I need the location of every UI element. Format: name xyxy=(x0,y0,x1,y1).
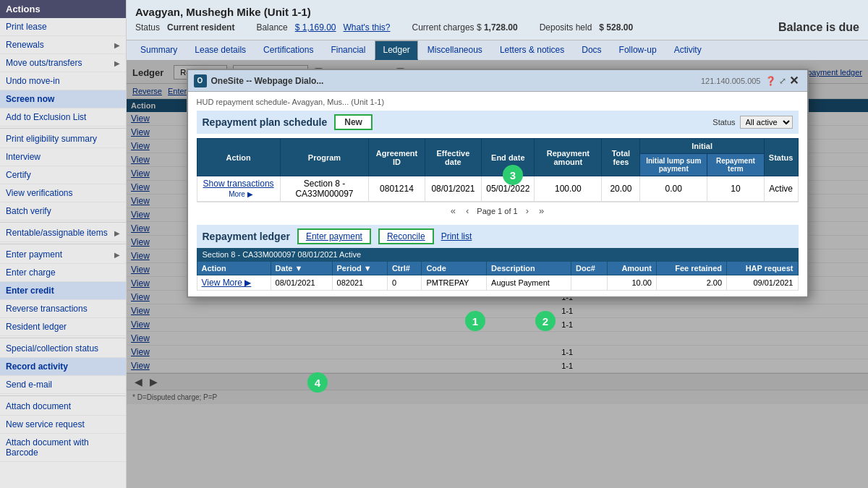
sidebar-item-enter-payment[interactable]: Enter payment ▶ xyxy=(0,246,126,264)
ld-hap-cell: 09/01/2021 xyxy=(727,275,798,291)
tab-miscellaneous[interactable]: Miscellaneous xyxy=(420,40,490,60)
plan-status-row: Status All active xyxy=(712,116,792,129)
col-plan-program: Program xyxy=(280,139,369,176)
plan-status-label: Status xyxy=(712,118,735,127)
status-value: Current resident xyxy=(167,22,234,33)
ledger-area: Ledger Resident All Subjournals Accounti… xyxy=(127,61,868,488)
divider xyxy=(0,244,126,244)
plan-effective-cell: 08/01/2021 xyxy=(425,176,482,202)
repayment-plan-title: Repayment plan schedule xyxy=(203,116,328,128)
whats-this-link[interactable]: What's this? xyxy=(344,22,391,33)
arrow-icon: ▶ xyxy=(114,41,120,49)
new-button[interactable]: New xyxy=(334,114,373,130)
tab-ledger[interactable]: Ledger xyxy=(375,40,417,60)
col-ld-ctrl: Ctrl# xyxy=(387,262,422,275)
balance-value[interactable]: $ 1,169.00 xyxy=(295,22,336,33)
badge-1: 1 xyxy=(465,311,485,331)
sidebar-item-send-email[interactable]: Send e-mail xyxy=(0,376,126,394)
tab-lease-details[interactable]: Lease details xyxy=(187,40,254,60)
print-list-button[interactable]: Print list xyxy=(441,231,472,241)
plan-term-cell: 10 xyxy=(707,176,765,202)
next-page-btn[interactable]: › xyxy=(524,205,531,216)
main-content: Avagyan, Mushegh Mike (Unit 1-1) Status … xyxy=(127,0,868,488)
sidebar: Actions Print lease Renewals ▶ Move outs… xyxy=(0,0,127,488)
tab-activity[interactable]: Activity xyxy=(666,40,710,60)
prev-page-btn[interactable]: ‹ xyxy=(464,205,471,216)
col-plan-agreement: Agreement ID xyxy=(369,139,425,176)
dialog-id-badge: 121.140.005.005 xyxy=(701,77,761,85)
sidebar-item-special-collection[interactable]: Special/collection status xyxy=(0,340,126,358)
col-plan-term: Repayment term xyxy=(707,154,765,176)
sidebar-item-certify[interactable]: Certify xyxy=(0,166,126,184)
tab-follow-up[interactable]: Follow-up xyxy=(611,40,665,60)
status-label: Status xyxy=(135,22,160,33)
ld-doc-cell xyxy=(571,275,608,291)
tab-docs[interactable]: Docs xyxy=(574,40,609,60)
tab-summary[interactable]: Summary xyxy=(132,40,185,60)
sidebar-item-undo-move-in[interactable]: Undo move-in xyxy=(0,72,126,90)
status-block: Status Current resident xyxy=(135,22,234,33)
col-plan-lump: Initial lump sum payment xyxy=(640,154,707,176)
plan-status-select[interactable]: All active xyxy=(740,116,793,129)
dialog-close-button[interactable]: ✕ xyxy=(786,74,801,87)
sidebar-item-new-service-request[interactable]: New service request xyxy=(0,416,126,434)
dialog-overlay: O OneSite -- Webpage Dialo... 121.140.00… xyxy=(127,61,868,488)
plan-repayment-cell: 100.00 xyxy=(535,176,602,202)
arrow-icon: ▶ xyxy=(114,59,120,67)
view-more-link[interactable]: View More ▶ xyxy=(202,278,252,288)
current-charges-value: 1,728.00 xyxy=(484,22,518,33)
sidebar-item-attach-barcode[interactable]: Attach document with Barcode xyxy=(0,434,126,462)
sidebar-item-interview[interactable]: Interview xyxy=(0,148,126,166)
tab-letters-notices[interactable]: Letters & notices xyxy=(492,40,572,60)
sidebar-item-enter-charge[interactable]: Enter charge xyxy=(0,264,126,282)
enter-payment-button[interactable]: Enter payment xyxy=(297,228,371,244)
plan-status-cell: Active xyxy=(764,176,798,202)
sidebar-item-move-outs[interactable]: Move outs/transfers ▶ xyxy=(0,54,126,72)
plan-program-cell: Section 8 - CA33M000097 xyxy=(280,176,369,202)
deposits-label: Deposits held xyxy=(540,22,592,33)
repayment-ledger-title: Repayment ledger xyxy=(203,231,290,242)
divider xyxy=(0,338,126,338)
ld-ctrl-cell: 0 xyxy=(387,275,422,291)
more-link[interactable]: More ▶ xyxy=(229,190,253,198)
ledger-info-bar: Section 8 - CA33M000097 08/01/2021 Activ… xyxy=(197,248,799,261)
balance-label: Balance xyxy=(256,22,287,33)
ld-desc-cell: August Payment xyxy=(487,275,571,291)
col-ld-action: Action xyxy=(197,262,271,275)
sidebar-item-rentable[interactable]: Rentable/assignable items ▶ xyxy=(0,224,126,242)
sidebar-item-resident-ledger[interactable]: Resident ledger xyxy=(0,318,126,336)
sidebar-item-attach-document[interactable]: Attach document xyxy=(0,398,126,416)
sidebar-item-record-activity[interactable]: Record activity xyxy=(0,358,126,376)
tab-certifications[interactable]: Certifications xyxy=(255,40,321,60)
help-icon[interactable]: ❓ xyxy=(765,76,776,86)
last-page-btn[interactable]: » xyxy=(537,205,546,216)
sidebar-item-view-verifications[interactable]: View verifications xyxy=(0,184,126,202)
ld-date-cell: 08/01/2021 xyxy=(271,275,332,291)
arrow-icon: ▶ xyxy=(114,229,120,237)
sidebar-item-batch-verify[interactable]: Batch verify xyxy=(0,202,126,221)
show-transactions-link[interactable]: Show transactions xyxy=(203,179,274,189)
col-ld-amount: Amount xyxy=(607,262,656,275)
sidebar-item-print-lease[interactable]: Print lease xyxy=(0,18,126,36)
sidebar-item-print-eligibility[interactable]: Print eligibility summary xyxy=(0,130,126,148)
sidebar-item-reverse-transactions[interactable]: Reverse transactions xyxy=(0,300,126,318)
sidebar-item-screen-now[interactable]: Screen now xyxy=(0,90,126,108)
reconcile-button[interactable]: Reconcile xyxy=(378,228,434,244)
sidebar-item-enter-credit[interactable]: Enter credit xyxy=(0,282,126,300)
plan-row: Show transactions More ▶ Section 8 - CA3… xyxy=(197,176,798,202)
tab-financial[interactable]: Financial xyxy=(323,40,373,60)
ld-fee-cell: 2.00 xyxy=(656,275,726,291)
col-ld-date: Date ▼ xyxy=(271,262,332,275)
sidebar-item-renewals[interactable]: Renewals ▶ xyxy=(0,36,126,54)
col-plan-status: Status xyxy=(764,139,798,176)
sidebar-item-add-exclusion[interactable]: Add to Exclusion List xyxy=(0,108,126,127)
badge-3: 3 xyxy=(503,165,523,185)
plan-agreement-cell: 0801214 xyxy=(369,176,425,202)
col-ld-doc: Doc# xyxy=(571,262,608,275)
ld-amount-cell: 10.00 xyxy=(607,275,656,291)
first-page-btn[interactable]: « xyxy=(448,205,458,216)
col-plan-effective: Effective date xyxy=(425,139,482,176)
page-header: Avagyan, Mushegh Mike (Unit 1-1) Status … xyxy=(127,0,868,40)
resize-icon[interactable]: ⤢ xyxy=(779,76,786,86)
col-ld-period: Period ▼ xyxy=(332,262,387,275)
